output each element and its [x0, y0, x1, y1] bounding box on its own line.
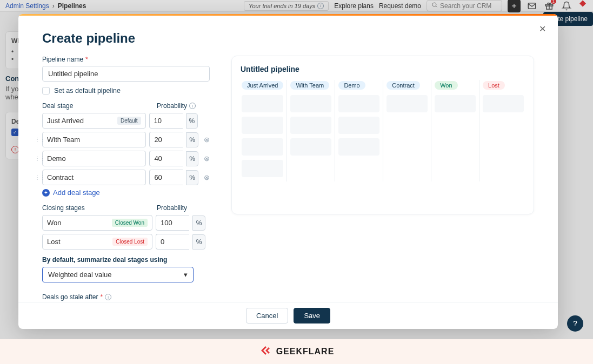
- percent-label: %: [186, 113, 198, 129]
- probability-input[interactable]: [149, 132, 183, 147]
- ghost-card: [242, 95, 283, 112]
- drag-handle-icon[interactable]: ⋮⋮: [35, 174, 40, 180]
- stage-name-input[interactable]: Demo: [42, 151, 146, 166]
- closing-stage-input[interactable]: LostClosed Lost: [42, 234, 152, 250]
- help-fab[interactable]: ?: [567, 315, 583, 332]
- modal-footer: Cancel Save: [18, 302, 558, 329]
- column-chip: Contract: [387, 81, 420, 90]
- closing-stages-header: Closing stages: [42, 204, 152, 212]
- brand-text: GEEKFLARE: [276, 347, 335, 356]
- stage-name-input[interactable]: Contract: [42, 170, 146, 185]
- ghost-card: [290, 95, 331, 112]
- stage-row: Just ArrivedDefault%: [42, 113, 210, 129]
- preview-column: Just Arrived: [238, 80, 287, 181]
- pipeline-name-input[interactable]: [42, 66, 210, 82]
- stage-name-input[interactable]: With Team: [42, 132, 146, 147]
- closing-probability-header: Probability: [157, 204, 187, 212]
- info-icon[interactable]: i: [189, 103, 196, 109]
- ghost-card: [387, 95, 428, 112]
- close-icon[interactable]: ✕: [539, 24, 546, 34]
- ghost-card: [242, 138, 283, 156]
- create-pipeline-modal: ✕ Create pipeline Pipeline name* Set as …: [18, 14, 558, 329]
- set-default-checkbox[interactable]: [42, 87, 50, 95]
- drag-handle-icon[interactable]: ⋮⋮: [35, 137, 40, 143]
- pipeline-name-label: Pipeline name*: [42, 56, 210, 63]
- probability-input[interactable]: [149, 151, 183, 166]
- stage-row: ⋮⋮Demo%⊗: [42, 151, 210, 166]
- ghost-card: [435, 95, 476, 112]
- probability-input[interactable]: [156, 215, 189, 231]
- stage-name-input[interactable]: Just ArrivedDefault: [42, 113, 146, 129]
- modal-title: Create pipeline: [42, 31, 210, 46]
- preview-column: Won: [431, 80, 479, 181]
- ghost-card: [242, 160, 283, 177]
- info-icon[interactable]: i: [105, 294, 111, 300]
- probability-input[interactable]: [149, 113, 183, 129]
- summary-select[interactable]: Weighted deal value ▾: [42, 267, 194, 282]
- plus-icon: +: [42, 189, 50, 197]
- cancel-button[interactable]: Cancel: [246, 308, 288, 323]
- lost-badge: Closed Lost: [112, 238, 148, 246]
- stale-label: Deals go stale after* i: [42, 293, 210, 301]
- percent-label: %: [192, 215, 205, 231]
- column-chip: Demo: [338, 81, 365, 90]
- chevron-down-icon: ▾: [184, 271, 188, 279]
- preview-column: Lost: [479, 80, 527, 181]
- column-chip: Just Arrived: [242, 81, 283, 90]
- preview-column: Contract: [383, 80, 431, 181]
- probability-input[interactable]: [149, 170, 183, 185]
- pipeline-preview: Untitled pipeline Just ArrivedWith TeamD…: [231, 56, 534, 214]
- ghost-card: [290, 138, 331, 156]
- closing-stage-row: LostClosed Lost%: [42, 234, 210, 250]
- save-button[interactable]: Save: [294, 308, 330, 323]
- remove-stage-icon[interactable]: ⊗: [204, 173, 210, 181]
- percent-label: %: [186, 170, 198, 185]
- footer-brand: GEEKFLARE: [0, 339, 593, 364]
- closing-stage-row: WonClosed Won%: [42, 215, 210, 231]
- preview-column: Demo: [335, 80, 383, 181]
- remove-stage-icon[interactable]: ⊗: [204, 136, 210, 144]
- ghost-card: [290, 117, 331, 134]
- ghost-card: [338, 138, 379, 156]
- probability-header: Probability i: [157, 102, 196, 110]
- percent-label: %: [186, 151, 198, 166]
- column-chip: Won: [435, 81, 457, 90]
- column-chip: With Team: [290, 81, 329, 90]
- percent-label: %: [192, 234, 205, 250]
- ghost-card: [483, 95, 524, 112]
- geekflare-logo-icon: [259, 344, 272, 359]
- summary-label: By default, summarize deal stages using: [42, 256, 210, 264]
- deal-stage-header: Deal stage: [42, 102, 152, 110]
- remove-stage-icon[interactable]: ⊗: [204, 154, 210, 163]
- preview-title: Untitled pipeline: [238, 65, 527, 73]
- won-badge: Closed Won: [112, 219, 148, 227]
- preview-column: With Team: [287, 80, 335, 181]
- add-deal-stage-button[interactable]: + Add deal stage: [42, 188, 210, 197]
- closing-stage-input[interactable]: WonClosed Won: [42, 215, 152, 231]
- default-badge: Default: [117, 117, 141, 125]
- probability-input[interactable]: [156, 234, 189, 250]
- set-default-label: Set as default pipeline: [54, 87, 121, 95]
- drag-handle-icon[interactable]: ⋮⋮: [35, 156, 40, 161]
- ghost-card: [338, 117, 379, 134]
- ghost-card: [242, 117, 283, 134]
- column-chip: Lost: [483, 81, 505, 90]
- stage-row: ⋮⋮With Team%⊗: [42, 132, 210, 147]
- ghost-card: [338, 95, 379, 112]
- percent-label: %: [186, 132, 198, 147]
- stage-row: ⋮⋮Contract%⊗: [42, 170, 210, 185]
